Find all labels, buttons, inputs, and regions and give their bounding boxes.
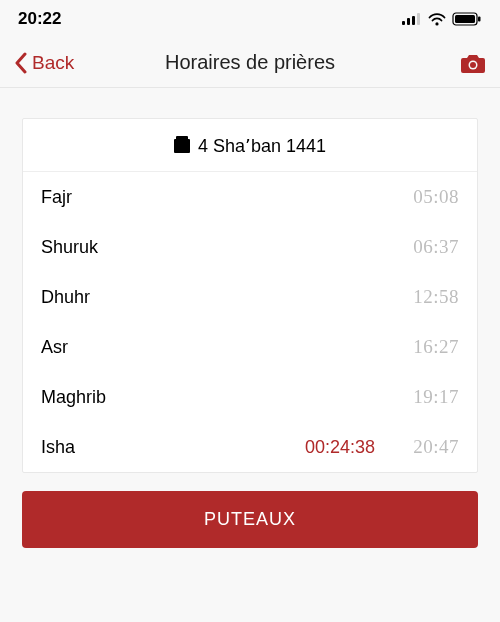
- svg-rect-0: [402, 21, 405, 25]
- svg-point-8: [470, 62, 476, 68]
- prayer-times-card: 4 Shaʼban 1441 Fajr05:08Shuruk06:37Dhuhr…: [22, 118, 478, 473]
- battery-icon: [452, 12, 482, 26]
- back-button[interactable]: Back: [14, 52, 74, 74]
- prayer-row: Isha00:24:3820:47: [23, 422, 477, 472]
- prayer-time: 16:27: [403, 336, 459, 358]
- prayer-rows: Fajr05:08Shuruk06:37Dhuhr12:58Asr16:27Ma…: [23, 172, 477, 472]
- camera-icon: [460, 52, 486, 74]
- prayer-time: 20:47: [403, 436, 459, 458]
- svg-rect-3: [417, 13, 420, 25]
- prayer-row: Shuruk06:37: [23, 222, 477, 272]
- prayer-name: Isha: [41, 437, 305, 458]
- calendar-icon: [174, 139, 190, 153]
- prayer-name: Shuruk: [41, 237, 403, 258]
- svg-rect-1: [407, 18, 410, 25]
- prayer-name: Dhuhr: [41, 287, 403, 308]
- signal-icon: [402, 13, 422, 25]
- svg-rect-6: [478, 17, 481, 22]
- content: 4 Shaʼban 1441 Fajr05:08Shuruk06:37Dhuhr…: [0, 88, 500, 473]
- prayer-row: Dhuhr12:58: [23, 272, 477, 322]
- prayer-time: 06:37: [403, 236, 459, 258]
- prayer-name: Maghrib: [41, 387, 403, 408]
- status-bar: 20:22: [0, 0, 500, 38]
- card-header: 4 Shaʼban 1441: [23, 119, 477, 172]
- prayer-time: 19:17: [403, 386, 459, 408]
- prayer-name: Fajr: [41, 187, 403, 208]
- page-title: Horaires de prières: [0, 51, 500, 74]
- prayer-time: 12:58: [403, 286, 459, 308]
- nav-bar: Back Horaires de prières: [0, 38, 500, 88]
- status-indicators: [402, 12, 482, 26]
- prayer-time: 05:08: [403, 186, 459, 208]
- prayer-row: Maghrib19:17: [23, 372, 477, 422]
- camera-button[interactable]: [460, 52, 486, 74]
- svg-rect-5: [455, 15, 475, 23]
- chevron-left-icon: [14, 52, 28, 74]
- hijri-date: 4 Shaʼban 1441: [198, 135, 326, 157]
- prayer-countdown: 00:24:38: [305, 437, 375, 458]
- prayer-row: Fajr05:08: [23, 172, 477, 222]
- svg-rect-2: [412, 16, 415, 25]
- back-label: Back: [32, 52, 74, 74]
- status-time: 20:22: [18, 9, 61, 29]
- prayer-row: Asr16:27: [23, 322, 477, 372]
- location-button[interactable]: PUTEAUX: [22, 491, 478, 548]
- prayer-name: Asr: [41, 337, 403, 358]
- wifi-icon: [428, 13, 446, 26]
